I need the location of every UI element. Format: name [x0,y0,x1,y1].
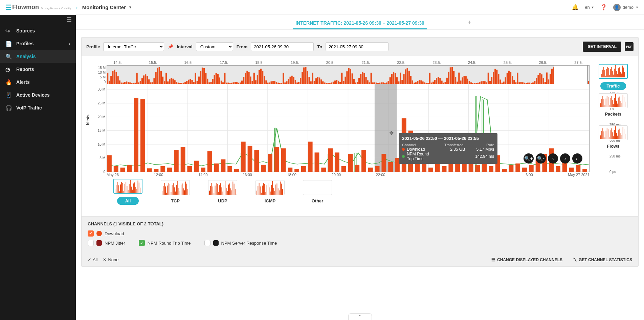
svg-rect-176 [410,76,412,84]
checkbox-icon[interactable]: ✓ [88,230,94,237]
svg-rect-13 [129,82,131,84]
to-input[interactable] [326,42,388,51]
svg-rect-63 [216,73,217,84]
tab-internet-traffic[interactable]: INTERNET TRAFFIC: 2021-05-26 09:30 – 202… [293,20,427,29]
svg-rect-494 [619,67,620,77]
svg-rect-252 [541,74,542,84]
tab-add-button[interactable]: + [468,19,471,29]
svg-rect-100 [279,83,281,84]
profile-select[interactable]: Internet Traffic [103,42,164,51]
interval-select[interactable]: Custom [196,42,233,51]
right-tab-btn-traffic[interactable]: Traffic [600,82,626,90]
chevron-down-icon: ▼ [591,6,594,9]
user-menu[interactable]: 👤 demo ▼ [613,4,639,11]
nav-end-button[interactable]: ›| [572,153,582,164]
nav-icon: 🔍 [5,53,13,60]
change-channels-button[interactable]: ☰CHANGE DISPLAYED CHANNELS [491,257,562,262]
nav-icon: 🎧 [5,105,13,111]
svg-rect-256 [548,79,549,84]
svg-rect-14 [131,83,132,84]
svg-rect-476 [601,74,602,77]
brand-logo[interactable]: ☰ Flowmon Driving Network Visibility [5,3,71,11]
svg-rect-118 [310,81,311,84]
nav-alerts[interactable]: 🔥Alerts [0,76,76,89]
right-tab-packets[interactable] [599,93,628,108]
svg-rect-141 [350,69,351,84]
language-selector[interactable]: en ▼ [585,5,594,10]
channel-download[interactable]: ✓Download [88,230,124,237]
right-tab-traffic[interactable] [599,64,628,79]
svg-rect-337 [301,166,306,172]
nav-active-devices[interactable]: 📱Active Devices [0,89,76,101]
right-tab-flows[interactable] [599,125,628,140]
help-icon[interactable]: ❓ [600,4,607,10]
notifications-icon[interactable]: 🔔 [572,4,579,10]
select-all-link[interactable]: ✓ All [88,257,97,262]
breadcrumb[interactable]: Monitoring Center [82,4,126,10]
checkbox-icon[interactable] [88,240,94,246]
set-interval-button[interactable]: SET INTERVAL [583,42,621,52]
nav-analysis[interactable]: 🔍Analysis [0,50,76,63]
nav-profiles[interactable]: 📄Profiles› [0,37,76,50]
svg-rect-380 [115,189,115,193]
bottom-panel-toggle[interactable]: ⌃ [348,313,372,320]
svg-rect-332 [268,154,272,172]
nav-reports[interactable]: ◔Reports [0,63,76,76]
sidebar-toggle[interactable]: ☰ [0,15,76,24]
right-chart-tabs: TrafficPacketsFlows [593,60,634,212]
svg-rect-389 [125,184,125,193]
nav-icon: ◔ [5,66,13,73]
svg-rect-40 [176,82,177,84]
channel-npm-server-response-time[interactable]: NPM Server Response Time [204,240,277,246]
svg-rect-39 [174,80,176,84]
nav-next-button[interactable]: › [560,153,570,164]
svg-rect-317 [167,168,172,172]
from-label: From [237,44,248,49]
export-pdf-button[interactable]: PDF [625,42,634,51]
svg-rect-535 [612,132,613,139]
chart-tab-tcp[interactable]: TCP [161,180,190,203]
svg-rect-405 [163,186,163,195]
svg-rect-203 [457,82,458,84]
svg-rect-384 [119,191,120,193]
svg-rect-386 [121,182,122,193]
svg-rect-520 [622,103,622,107]
nav-prev-button[interactable]: ‹ [548,153,558,164]
svg-rect-391 [127,186,127,193]
zoom-in-button[interactable]: 🔍+ [524,153,534,164]
svg-rect-195 [443,83,444,84]
select-none-link[interactable]: ✕ None [103,257,118,262]
svg-rect-4 [114,70,115,84]
svg-rect-478 [603,67,604,77]
pin-icon[interactable]: 📌 [168,44,173,49]
nav-voip-traffic[interactable]: 🎧VoIP Traffic [0,101,76,114]
main-chart[interactable]: bits/s 🔍+ 🔍- ‹ › ›| ✥ 2021-05-26 22:5 [107,84,590,172]
from-input[interactable] [251,42,314,51]
svg-rect-452 [257,191,257,195]
channel-npm-round-trip-time[interactable]: ✓NPM Round Trip Time [139,240,191,246]
svg-rect-312 [134,98,138,172]
topbar: ☰ Flowmon Driving Network Visibility › M… [0,0,644,15]
zoom-out-button[interactable]: 🔍- [536,153,546,164]
chart-tab-other[interactable]: Other [303,180,332,203]
chart-tab-all[interactable]: All [113,179,142,205]
svg-rect-432 [214,193,214,195]
chart-tab-udp[interactable]: UDP [208,180,237,203]
svg-rect-93 [267,83,268,84]
svg-rect-107 [291,76,292,84]
svg-rect-41 [178,82,179,84]
breadcrumb-caret-icon[interactable]: ▼ [129,5,132,9]
checkbox-icon[interactable]: ✓ [139,240,145,246]
nav-sources[interactable]: ↪Sources [0,24,76,37]
svg-rect-445 [228,184,229,195]
overview-chart[interactable]: 14.5.15.5.16.5.17.5.18.5.19.5.20.5.21.5.… [107,60,590,84]
chart-tooltip: 2021-05-26 22:50 — 2021-05-26 23:55 Chan… [399,133,497,164]
channel-stats-button[interactable]: 〽GET CHANNEL STATISTICS [573,257,632,262]
svg-rect-441 [224,185,224,195]
svg-rect-429 [210,186,211,195]
svg-rect-418 [177,181,178,195]
chart-tab-icmp[interactable]: ICMP [256,180,285,203]
channel-npm-jitter[interactable]: NPM Jitter [88,240,125,246]
svg-rect-59 [208,82,210,84]
checkbox-icon[interactable] [204,240,210,246]
